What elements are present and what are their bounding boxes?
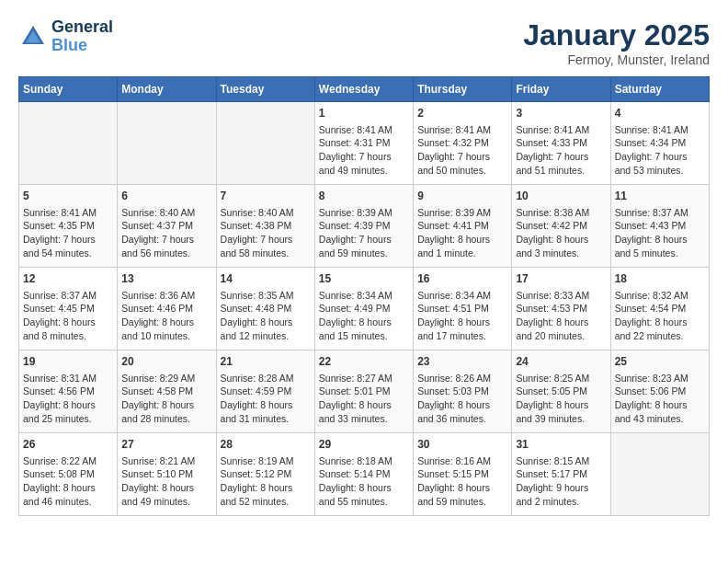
- weekday-header-cell: Saturday: [610, 77, 709, 102]
- day-number: 14: [221, 271, 311, 287]
- day-number: 24: [516, 354, 606, 370]
- weekday-header-cell: Monday: [118, 77, 216, 102]
- day-number: 17: [516, 271, 606, 287]
- title-block: January 2025 Fermoy, Munster, Ireland: [523, 18, 710, 67]
- day-info: Sunrise: 8:36 AM Sunset: 4:46 PM Dayligh…: [121, 289, 211, 343]
- day-info: Sunrise: 8:34 AM Sunset: 4:51 PM Dayligh…: [417, 289, 507, 343]
- day-number: 25: [615, 354, 705, 370]
- day-number: 18: [615, 271, 705, 287]
- logo: General Blue: [18, 18, 113, 55]
- day-info: Sunrise: 8:22 AM Sunset: 5:08 PM Dayligh…: [23, 454, 113, 509]
- day-number: 23: [417, 354, 507, 370]
- calendar-week-row: 26Sunrise: 8:22 AM Sunset: 5:08 PM Dayli…: [19, 433, 710, 516]
- calendar-cell: 8Sunrise: 8:39 AM Sunset: 4:39 PM Daylig…: [314, 185, 413, 268]
- day-number: 21: [221, 354, 311, 370]
- calendar-body: 1Sunrise: 8:41 AM Sunset: 4:31 PM Daylig…: [19, 102, 710, 516]
- day-number: 12: [23, 271, 113, 287]
- day-number: 11: [615, 189, 705, 204]
- day-info: Sunrise: 8:35 AM Sunset: 4:48 PM Dayligh…: [221, 289, 311, 343]
- day-info: Sunrise: 8:41 AM Sunset: 4:31 PM Dayligh…: [319, 123, 409, 178]
- day-number: 28: [221, 437, 311, 453]
- calendar-cell: 6Sunrise: 8:40 AM Sunset: 4:37 PM Daylig…: [118, 185, 216, 268]
- day-info: Sunrise: 8:37 AM Sunset: 4:45 PM Dayligh…: [23, 289, 113, 343]
- day-number: 13: [121, 271, 211, 287]
- day-info: Sunrise: 8:41 AM Sunset: 4:34 PM Dayligh…: [615, 123, 705, 178]
- calendar-cell: 31Sunrise: 8:15 AM Sunset: 5:17 PM Dayli…: [512, 433, 610, 516]
- calendar-cell: 19Sunrise: 8:31 AM Sunset: 4:56 PM Dayli…: [19, 350, 118, 433]
- calendar-week-row: 12Sunrise: 8:37 AM Sunset: 4:45 PM Dayli…: [19, 268, 710, 350]
- calendar-cell: 24Sunrise: 8:25 AM Sunset: 5:05 PM Dayli…: [512, 350, 610, 433]
- day-number: 22: [319, 354, 409, 370]
- day-info: Sunrise: 8:33 AM Sunset: 4:53 PM Dayligh…: [516, 289, 606, 343]
- day-info: Sunrise: 8:38 AM Sunset: 4:42 PM Dayligh…: [516, 206, 606, 260]
- day-number: 5: [23, 189, 113, 204]
- day-info: Sunrise: 8:37 AM Sunset: 4:43 PM Dayligh…: [615, 206, 705, 260]
- month-title: January 2025: [523, 18, 710, 52]
- day-info: Sunrise: 8:18 AM Sunset: 5:14 PM Dayligh…: [319, 454, 409, 509]
- day-info: Sunrise: 8:41 AM Sunset: 4:33 PM Dayligh…: [516, 123, 606, 178]
- calendar-cell: 30Sunrise: 8:16 AM Sunset: 5:15 PM Dayli…: [414, 433, 512, 516]
- day-number: 20: [121, 354, 211, 370]
- calendar-week-row: 19Sunrise: 8:31 AM Sunset: 4:56 PM Dayli…: [19, 350, 710, 433]
- day-info: Sunrise: 8:31 AM Sunset: 4:56 PM Dayligh…: [23, 372, 113, 426]
- calendar-cell: 16Sunrise: 8:34 AM Sunset: 4:51 PM Dayli…: [414, 268, 512, 350]
- calendar-cell: 10Sunrise: 8:38 AM Sunset: 4:42 PM Dayli…: [512, 185, 610, 268]
- weekday-header-cell: Tuesday: [216, 77, 314, 102]
- day-info: Sunrise: 8:23 AM Sunset: 5:06 PM Dayligh…: [615, 372, 705, 426]
- weekday-header-cell: Wednesday: [314, 77, 413, 102]
- calendar-cell: 26Sunrise: 8:22 AM Sunset: 5:08 PM Dayli…: [19, 433, 118, 516]
- day-number: 6: [121, 189, 211, 204]
- calendar-cell: 13Sunrise: 8:36 AM Sunset: 4:46 PM Dayli…: [118, 268, 216, 350]
- day-info: Sunrise: 8:41 AM Sunset: 4:35 PM Dayligh…: [23, 206, 113, 260]
- calendar-cell: 28Sunrise: 8:19 AM Sunset: 5:12 PM Dayli…: [216, 433, 314, 516]
- day-number: 9: [417, 189, 507, 204]
- calendar-week-row: 5Sunrise: 8:41 AM Sunset: 4:35 PM Daylig…: [19, 185, 710, 268]
- calendar-week-row: 1Sunrise: 8:41 AM Sunset: 4:31 PM Daylig…: [19, 102, 710, 185]
- day-number: 31: [516, 437, 606, 453]
- day-info: Sunrise: 8:40 AM Sunset: 4:37 PM Dayligh…: [121, 206, 211, 260]
- location-subtitle: Fermoy, Munster, Ireland: [523, 52, 710, 67]
- day-number: 1: [319, 106, 409, 121]
- day-number: 15: [319, 271, 409, 287]
- page-header: General Blue January 2025 Fermoy, Munste…: [18, 18, 710, 67]
- day-number: 8: [319, 189, 409, 204]
- calendar-cell: 1Sunrise: 8:41 AM Sunset: 4:31 PM Daylig…: [314, 102, 413, 185]
- calendar-cell: 23Sunrise: 8:26 AM Sunset: 5:03 PM Dayli…: [414, 350, 512, 433]
- calendar-cell: 4Sunrise: 8:41 AM Sunset: 4:34 PM Daylig…: [610, 102, 709, 185]
- calendar-cell: 7Sunrise: 8:40 AM Sunset: 4:38 PM Daylig…: [216, 185, 314, 268]
- day-info: Sunrise: 8:32 AM Sunset: 4:54 PM Dayligh…: [615, 289, 705, 343]
- calendar-cell: [216, 102, 314, 185]
- day-info: Sunrise: 8:19 AM Sunset: 5:12 PM Dayligh…: [221, 454, 311, 509]
- calendar-cell: 17Sunrise: 8:33 AM Sunset: 4:53 PM Dayli…: [512, 268, 610, 350]
- calendar-cell: 18Sunrise: 8:32 AM Sunset: 4:54 PM Dayli…: [610, 268, 709, 350]
- day-number: 2: [417, 106, 507, 121]
- day-number: 27: [121, 437, 211, 453]
- day-info: Sunrise: 8:34 AM Sunset: 4:49 PM Dayligh…: [319, 289, 409, 343]
- calendar-cell: 15Sunrise: 8:34 AM Sunset: 4:49 PM Dayli…: [314, 268, 413, 350]
- calendar-cell: 2Sunrise: 8:41 AM Sunset: 4:32 PM Daylig…: [414, 102, 512, 185]
- weekday-header-row: SundayMondayTuesdayWednesdayThursdayFrid…: [19, 77, 710, 102]
- day-number: 16: [417, 271, 507, 287]
- day-number: 19: [23, 354, 113, 370]
- weekday-header-cell: Sunday: [19, 77, 118, 102]
- calendar-cell: 29Sunrise: 8:18 AM Sunset: 5:14 PM Dayli…: [314, 433, 413, 516]
- calendar-cell: 12Sunrise: 8:37 AM Sunset: 4:45 PM Dayli…: [19, 268, 118, 350]
- day-number: 4: [615, 106, 705, 121]
- day-number: 29: [319, 437, 409, 453]
- day-info: Sunrise: 8:27 AM Sunset: 5:01 PM Dayligh…: [319, 372, 409, 426]
- calendar-cell: 27Sunrise: 8:21 AM Sunset: 5:10 PM Dayli…: [118, 433, 216, 516]
- logo-text: General Blue: [51, 18, 113, 55]
- calendar-cell: 21Sunrise: 8:28 AM Sunset: 4:59 PM Dayli…: [216, 350, 314, 433]
- calendar-cell: [610, 433, 709, 516]
- day-info: Sunrise: 8:40 AM Sunset: 4:38 PM Dayligh…: [221, 206, 311, 260]
- weekday-header-cell: Thursday: [414, 77, 512, 102]
- calendar-cell: [118, 102, 216, 185]
- day-info: Sunrise: 8:39 AM Sunset: 4:39 PM Dayligh…: [319, 206, 409, 260]
- day-info: Sunrise: 8:16 AM Sunset: 5:15 PM Dayligh…: [417, 454, 507, 509]
- calendar-cell: 20Sunrise: 8:29 AM Sunset: 4:58 PM Dayli…: [118, 350, 216, 433]
- calendar-cell: 9Sunrise: 8:39 AM Sunset: 4:41 PM Daylig…: [414, 185, 512, 268]
- calendar-cell: [19, 102, 118, 185]
- day-info: Sunrise: 8:25 AM Sunset: 5:05 PM Dayligh…: [516, 372, 606, 426]
- weekday-header-cell: Friday: [512, 77, 610, 102]
- calendar-cell: 22Sunrise: 8:27 AM Sunset: 5:01 PM Dayli…: [314, 350, 413, 433]
